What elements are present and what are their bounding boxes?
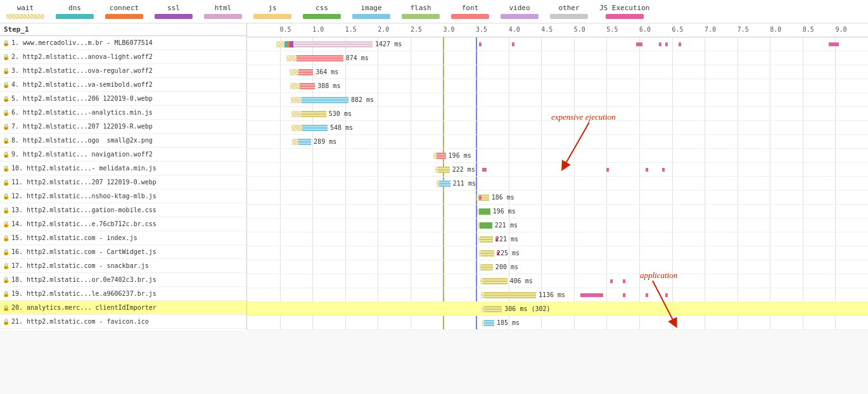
jsexec-19-1 — [623, 293, 625, 297]
tick-8.0: 8.0 — [770, 26, 781, 33]
request-row-3[interactable]: 🔒3. http2.mlstatic...ova-regular.woff2 — [0, 64, 246, 78]
jsexec-1-1 — [512, 42, 514, 46]
bar-label-5: 882 ms — [351, 96, 374, 103]
legend-connect-color — [105, 14, 143, 19]
segment-seg-css-row-14 — [480, 222, 492, 229]
bar-label-13: 196 ms — [493, 208, 516, 215]
jsexec-12-0 — [479, 196, 482, 200]
legend-wait-label: wait — [17, 4, 34, 12]
segment-seg-js-row-16 — [481, 250, 494, 257]
tick-7.0: 7.0 — [705, 26, 716, 33]
legend-video: video — [501, 4, 539, 19]
request-label-10: 10. http2.mlstatic...- melidata.min.js — [11, 165, 156, 172]
tick-0.5: 0.5 — [280, 26, 291, 33]
segment-seg-wait-row-5 — [291, 97, 302, 103]
waterfall-row-3: 364 ms — [247, 65, 868, 79]
request-row-14[interactable]: 🔒14. http2.mlstatic...e.76cb712c.br.css — [0, 217, 246, 231]
legend-flash-label: flash — [410, 4, 431, 12]
bar-label-17: 200 ms — [495, 264, 518, 270]
legend-dns-color — [56, 14, 94, 19]
bar-label-18: 406 ms — [510, 277, 533, 284]
lock-icon-19: 🔒 — [3, 291, 10, 297]
request-row-8[interactable]: 🔒8. http2.mlstatic...ogo__small@2x.png — [0, 134, 246, 148]
request-row-9[interactable]: 🔒9. http2.mlstatic... navigation.woff2 — [0, 148, 246, 162]
request-row-5[interactable]: 🔒5. http2.mlstatic...206_122019-0.webp — [0, 92, 246, 106]
request-label-17: 17. http2.mlstatic.com - snackbar.js — [11, 262, 149, 269]
tick-4.0: 4.0 — [509, 26, 520, 33]
segment-seg-image-row-8 — [298, 139, 311, 145]
lock-icon-21: 🔒 — [3, 319, 10, 325]
segment-seg-css-row-13 — [479, 208, 490, 215]
jsexec-19-2 — [646, 293, 648, 297]
waterfall-row-13: 196 ms — [247, 205, 868, 219]
request-label-18: 18. http2.mlstatic...or.0e7402c3.br.js — [11, 276, 156, 283]
legend-image: image — [352, 4, 390, 19]
request-row-10[interactable]: 🔒10. http2.mlstatic...- melidata.min.js — [0, 162, 246, 175]
waterfall-row-8: 289 ms — [247, 135, 868, 149]
tick-3.5: 3.5 — [476, 26, 487, 33]
segment-seg-wait-row-8 — [292, 139, 298, 145]
tick-5.5: 5.5 — [606, 26, 618, 33]
request-row-20[interactable]: 🔒20. analytics.merc... clientIdImporter — [0, 301, 246, 315]
waterfall-row-12: 186 ms — [247, 191, 868, 205]
legend-html-color — [204, 14, 242, 19]
request-label-12: 12. http2.mlstatic...nshoo-ktag-mlb.js — [11, 193, 156, 200]
waterfall-row-9: 196 ms — [247, 149, 868, 163]
legend-connect: connect — [105, 4, 143, 19]
bar-label-14: 221 ms — [495, 222, 518, 229]
request-row-15[interactable]: 🔒15. http2.mlstatic.com - index.js — [0, 231, 246, 245]
segment-seg-html-row-1 — [293, 41, 373, 48]
lock-icon-14: 🔒 — [3, 221, 10, 227]
segment-seg-image-row-11 — [439, 181, 450, 187]
request-row-12[interactable]: 🔒12. http2.mlstatic...nshoo-ktag-mlb.js — [0, 189, 246, 203]
request-label-14: 14. http2.mlstatic...e.76cb712c.br.css — [11, 220, 156, 227]
request-row-7[interactable]: 🔒7. http2.mlstatic...207_122019-R.webp — [0, 120, 246, 134]
request-row-6[interactable]: 🔒6. http2.mlstatic...-analytics.min.js — [0, 106, 246, 120]
waterfall-row-11: 211 ms — [247, 177, 868, 191]
step-header: Step_1 — [0, 23, 246, 36]
lock-icon-12: 🔒 — [3, 193, 10, 200]
request-row-18[interactable]: 🔒18. http2.mlstatic...or.0e7402c3.br.js — [0, 273, 246, 287]
request-row-11[interactable]: 🔒11. http2.mlstatic...207_122019-0.webp — [0, 175, 246, 189]
request-label-7: 7. http2.mlstatic...207_122019-R.webp — [11, 123, 153, 130]
tick-7.5: 7.5 — [737, 26, 749, 33]
lock-icon-18: 🔒 — [3, 277, 10, 283]
request-label-2: 2. http2.mlstatic...anova-light.woff2 — [11, 53, 153, 60]
lock-icon-4: 🔒 — [3, 82, 10, 88]
request-label-19: 19. http2.mlstatic...le.a9606237.br.js — [11, 290, 156, 297]
bar-label-10: 222 ms — [452, 166, 475, 173]
request-label-1: 1. www.mercadoliv...m.br - MLB6077514 — [11, 39, 153, 46]
timeline-ticks: 0.51.01.52.02.53.03.54.04.55.05.56.06.57… — [247, 23, 868, 37]
request-row-17[interactable]: 🔒17. http2.mlstatic.com - snackbar.js — [0, 259, 246, 273]
request-label-11: 11. http2.mlstatic...207_122019-0.webp — [11, 179, 156, 186]
bar-label-15: 221 ms — [495, 236, 518, 243]
waterfall-row-2: 874 ms — [247, 51, 868, 65]
waterfall-row-18: 406 ms — [247, 274, 868, 288]
request-row-21[interactable]: 🔒21. http2.mlstatic.com - favicon.ico — [0, 315, 246, 329]
legend-image-color — [352, 14, 390, 19]
legend-image-label: image — [361, 4, 381, 12]
bar-label-19: 1136 ms — [539, 291, 565, 298]
request-label-21: 21. http2.mlstatic.com - favicon.ico — [11, 318, 149, 325]
request-row-1[interactable]: 🔒1. www.mercadoliv...m.br - MLB6077514 — [0, 36, 246, 50]
jsexec-10-3 — [662, 168, 665, 172]
request-row-4[interactable]: 🔒4. http2.mlstatic...va-semibold.woff2 — [0, 78, 246, 92]
jsexec-18-1 — [623, 279, 625, 283]
request-label-15: 15. http2.mlstatic.com - index.js — [11, 234, 137, 241]
bar-label-20: 306 ms (302) — [504, 305, 550, 312]
lock-icon-17: 🔒 — [3, 263, 10, 269]
waterfall-row-16: 225 ms — [247, 246, 868, 260]
request-row-16[interactable]: 🔒16. http2.mlstatic.com - CartWidget.js — [0, 245, 246, 259]
legend-ssl-color — [155, 14, 193, 19]
segment-seg-js-row-18 — [483, 278, 507, 284]
legend-css-color — [303, 14, 341, 19]
segment-seg-wait-row-6 — [291, 111, 301, 117]
lock-icon-6: 🔒 — [3, 110, 10, 116]
request-row-19[interactable]: 🔒19. http2.mlstatic...le.a9606237.br.js — [0, 287, 246, 301]
legend-js: js — [253, 4, 291, 19]
bar-label-4: 388 ms — [317, 82, 340, 89]
waterfall-row-7: 548 ms — [247, 121, 868, 135]
legend-dns-label: dns — [68, 4, 81, 12]
request-row-2[interactable]: 🔒2. http2.mlstatic...anova-light.woff2 — [0, 50, 246, 64]
request-row-13[interactable]: 🔒13. http2.mlstatic...gation-mobile.css — [0, 203, 246, 217]
